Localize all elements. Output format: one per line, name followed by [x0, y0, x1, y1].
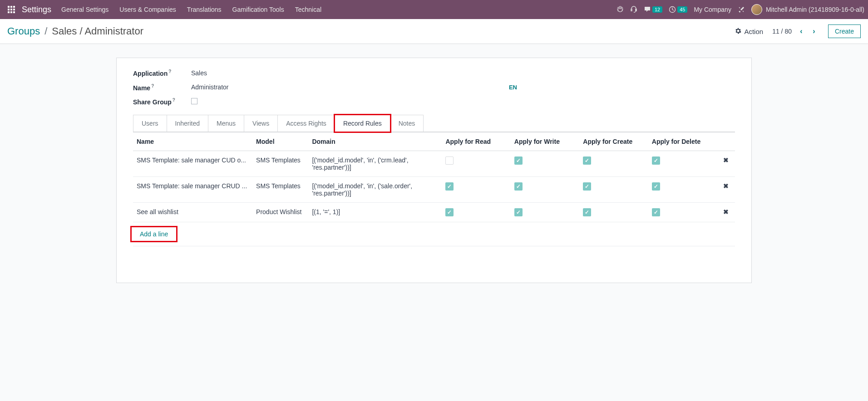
breadcrumb-current: Sales / Administrator — [52, 25, 143, 37]
cell-delete[interactable] — [648, 202, 717, 222]
th-domain[interactable]: Domain — [308, 132, 442, 151]
application-label: Application? — [133, 69, 191, 77]
tab-views[interactable]: Views — [244, 115, 278, 132]
th-read[interactable]: Apply for Read — [442, 132, 510, 151]
menu-gamification-tools[interactable]: Gamification Tools — [232, 6, 284, 13]
th-write[interactable]: Apply for Write — [511, 132, 579, 151]
delete-row-icon[interactable]: ✖ — [723, 208, 729, 215]
cell-delete[interactable] — [648, 151, 717, 176]
company-switcher[interactable]: My Company — [694, 6, 731, 13]
cell-domain[interactable]: [('model_id.model', 'in', ('crm.lead', '… — [308, 151, 442, 176]
cell-write[interactable] — [511, 202, 579, 222]
th-model[interactable]: Model — [252, 132, 308, 151]
svg-rect-1 — [10, 6, 12, 8]
support-icon[interactable] — [630, 6, 637, 13]
help-icon[interactable]: ? — [173, 98, 175, 103]
application-value[interactable]: Sales — [191, 69, 207, 77]
checkbox-icon[interactable] — [652, 208, 660, 216]
cell-name[interactable]: See all wishlist — [133, 202, 252, 222]
breadcrumb-root[interactable]: Groups — [7, 25, 40, 37]
help-icon[interactable]: ? — [168, 69, 171, 74]
delete-row-icon[interactable]: ✖ — [723, 156, 729, 164]
table-row[interactable]: SMS Template: sale manager CUD o...SMS T… — [133, 151, 735, 176]
cell-create[interactable] — [579, 202, 648, 222]
tab-record-rules[interactable]: Record Rules — [335, 115, 390, 132]
cell-write[interactable] — [511, 151, 579, 176]
th-create[interactable]: Apply for Create — [579, 132, 648, 151]
tools-icon[interactable] — [738, 6, 745, 13]
create-button[interactable]: Create — [828, 24, 861, 38]
svg-rect-7 — [10, 11, 12, 13]
activities-icon[interactable]: 45 — [669, 6, 687, 13]
cell-model[interactable]: SMS Templates — [252, 176, 308, 202]
breadcrumb: Groups / Sales / Administrator — [7, 25, 143, 37]
cell-create[interactable] — [579, 151, 648, 176]
tabs: Users Inherited Menus Views Access Right… — [133, 115, 735, 132]
pager-text[interactable]: 11 / 80 — [772, 28, 792, 35]
checkbox-icon[interactable] — [514, 156, 523, 165]
share-group-label: Share Group? — [133, 98, 191, 106]
cell-domain[interactable]: [(1, '=', 1)] — [308, 202, 442, 222]
checkbox-icon[interactable] — [583, 182, 591, 191]
cell-create[interactable] — [579, 176, 648, 202]
menu-general-settings[interactable]: General Settings — [61, 6, 108, 13]
action-dropdown[interactable]: Action — [735, 28, 763, 35]
tab-users[interactable]: Users — [133, 115, 167, 132]
checkbox-icon[interactable] — [514, 182, 523, 191]
tab-access-rights[interactable]: Access Rights — [277, 115, 335, 132]
pager: 11 / 80 ‹ › — [772, 26, 819, 36]
checkbox-icon[interactable] — [583, 156, 591, 165]
translate-button[interactable]: EN — [509, 84, 517, 91]
pager-next-icon[interactable]: › — [809, 26, 819, 36]
app-title[interactable]: Settings — [22, 5, 51, 15]
checkbox-icon[interactable] — [445, 208, 454, 216]
tab-menus[interactable]: Menus — [208, 115, 244, 132]
menu-users-companies[interactable]: Users & Companies — [119, 6, 176, 13]
tab-inherited[interactable]: Inherited — [167, 115, 208, 132]
svg-rect-0 — [8, 6, 10, 8]
gear-icon — [735, 28, 741, 35]
bug-icon[interactable] — [616, 6, 624, 13]
tab-notes[interactable]: Notes — [390, 115, 424, 132]
checkbox-icon[interactable] — [652, 182, 660, 191]
pager-prev-icon[interactable]: ‹ — [796, 26, 806, 36]
checkbox-icon[interactable] — [445, 182, 454, 191]
checkbox-icon[interactable] — [445, 156, 454, 165]
name-value[interactable]: Administrator — [191, 83, 228, 91]
th-delete[interactable]: Apply for Delete — [648, 132, 717, 151]
avatar — [751, 4, 762, 15]
checkbox-icon[interactable] — [514, 208, 523, 216]
cell-model[interactable]: SMS Templates — [252, 151, 308, 176]
table-row[interactable]: See all wishlistProduct Wishlist[(1, '='… — [133, 202, 735, 222]
cell-read[interactable] — [442, 202, 510, 222]
share-group-checkbox[interactable] — [191, 98, 197, 106]
cell-delete[interactable] — [648, 176, 717, 202]
svg-rect-6 — [8, 11, 10, 13]
cell-name[interactable]: SMS Template: sale manager CUD o... — [133, 151, 252, 176]
name-label: Name? — [133, 83, 191, 92]
help-icon[interactable]: ? — [151, 83, 154, 88]
svg-rect-2 — [13, 6, 15, 8]
th-name[interactable]: Name — [133, 132, 252, 151]
menu-technical[interactable]: Technical — [295, 6, 321, 13]
apps-icon[interactable] — [4, 2, 19, 17]
checkbox-icon[interactable] — [583, 208, 591, 216]
main-content: Application? Sales Name? Administrator E… — [0, 44, 868, 297]
cell-domain[interactable]: [('model_id.model', 'in', ('sale.order',… — [308, 176, 442, 202]
messages-icon[interactable]: 12 — [644, 6, 662, 13]
svg-rect-8 — [13, 11, 15, 13]
table-row[interactable]: SMS Template: sale manager CRUD ...SMS T… — [133, 176, 735, 202]
cell-read[interactable] — [442, 176, 510, 202]
user-menu[interactable]: Mitchell Admin (21418909-16-0-all) — [751, 4, 864, 15]
cell-read[interactable] — [442, 151, 510, 176]
menu-translations[interactable]: Translations — [187, 6, 222, 13]
add-line-link[interactable]: Add a line — [136, 229, 172, 240]
messages-badge: 12 — [652, 6, 662, 13]
cell-model[interactable]: Product Wishlist — [252, 202, 308, 222]
user-name: Mitchell Admin (21418909-16-0-all) — [766, 6, 864, 13]
checkbox-icon[interactable] — [652, 156, 660, 165]
delete-row-icon[interactable]: ✖ — [723, 182, 729, 190]
svg-rect-5 — [13, 9, 15, 10]
cell-name[interactable]: SMS Template: sale manager CRUD ... — [133, 176, 252, 202]
cell-write[interactable] — [511, 176, 579, 202]
